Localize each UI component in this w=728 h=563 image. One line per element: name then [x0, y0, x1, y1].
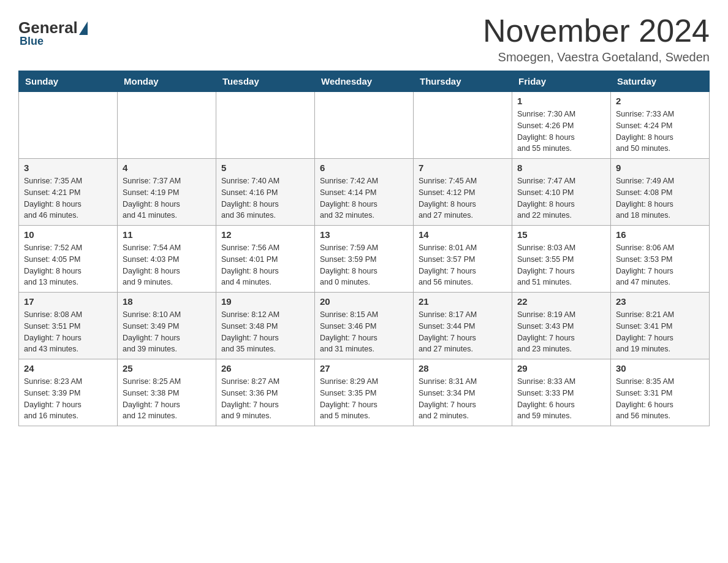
calendar-cell: 4Sunrise: 7:37 AM Sunset: 4:19 PM Daylig…	[118, 159, 216, 226]
calendar-cell: 3Sunrise: 7:35 AM Sunset: 4:21 PM Daylig…	[19, 159, 118, 226]
calendar-day-header: Thursday	[414, 71, 512, 92]
day-number: 11	[123, 229, 211, 240]
calendar-day-header: Wednesday	[315, 71, 414, 92]
day-number: 27	[320, 363, 408, 373]
day-number: 25	[123, 363, 211, 373]
day-number: 13	[320, 229, 408, 240]
day-info: Sunrise: 7:37 AM Sunset: 4:19 PM Dayligh…	[123, 175, 211, 221]
day-number: 8	[517, 163, 605, 173]
day-number: 20	[320, 296, 408, 307]
day-info: Sunrise: 7:59 AM Sunset: 3:59 PM Dayligh…	[320, 242, 408, 288]
day-info: Sunrise: 8:15 AM Sunset: 3:46 PM Dayligh…	[320, 309, 408, 355]
day-info: Sunrise: 8:17 AM Sunset: 3:44 PM Dayligh…	[419, 309, 507, 355]
day-info: Sunrise: 7:40 AM Sunset: 4:16 PM Dayligh…	[221, 175, 309, 221]
day-info: Sunrise: 8:01 AM Sunset: 3:57 PM Dayligh…	[419, 242, 507, 288]
calendar-cell: 1Sunrise: 7:30 AM Sunset: 4:26 PM Daylig…	[512, 92, 611, 159]
day-number: 12	[221, 229, 309, 240]
day-number: 9	[616, 163, 704, 173]
calendar-cell	[118, 92, 216, 159]
day-number: 22	[517, 296, 605, 307]
day-info: Sunrise: 8:35 AM Sunset: 3:31 PM Dayligh…	[616, 376, 704, 422]
calendar-cell: 6Sunrise: 7:42 AM Sunset: 4:14 PM Daylig…	[315, 159, 414, 226]
day-number: 4	[123, 163, 211, 173]
calendar-cell: 14Sunrise: 8:01 AM Sunset: 3:57 PM Dayli…	[414, 226, 512, 293]
day-number: 23	[616, 296, 704, 307]
calendar-cell: 29Sunrise: 8:33 AM Sunset: 3:33 PM Dayli…	[512, 359, 611, 426]
calendar-week-row: 10Sunrise: 7:52 AM Sunset: 4:05 PM Dayli…	[19, 226, 710, 293]
calendar-cell: 7Sunrise: 7:45 AM Sunset: 4:12 PM Daylig…	[414, 159, 512, 226]
day-info: Sunrise: 8:03 AM Sunset: 3:55 PM Dayligh…	[517, 242, 605, 288]
calendar-day-header: Monday	[118, 71, 216, 92]
day-info: Sunrise: 7:49 AM Sunset: 4:08 PM Dayligh…	[616, 175, 704, 221]
calendar-day-header: Tuesday	[216, 71, 315, 92]
day-info: Sunrise: 7:52 AM Sunset: 4:05 PM Dayligh…	[24, 242, 112, 288]
calendar-week-row: 3Sunrise: 7:35 AM Sunset: 4:21 PM Daylig…	[19, 159, 710, 226]
day-number: 14	[419, 229, 507, 240]
calendar-cell: 9Sunrise: 7:49 AM Sunset: 4:08 PM Daylig…	[611, 159, 710, 226]
day-info: Sunrise: 8:19 AM Sunset: 3:43 PM Dayligh…	[517, 309, 605, 355]
day-number: 7	[419, 163, 507, 173]
calendar-cell: 10Sunrise: 7:52 AM Sunset: 4:05 PM Dayli…	[19, 226, 118, 293]
calendar-cell: 16Sunrise: 8:06 AM Sunset: 3:53 PM Dayli…	[611, 226, 710, 293]
calendar-cell: 12Sunrise: 7:56 AM Sunset: 4:01 PM Dayli…	[216, 226, 315, 293]
calendar-week-row: 24Sunrise: 8:23 AM Sunset: 3:39 PM Dayli…	[19, 359, 710, 426]
day-info: Sunrise: 7:54 AM Sunset: 4:03 PM Dayligh…	[123, 242, 211, 288]
calendar-cell: 22Sunrise: 8:19 AM Sunset: 3:43 PM Dayli…	[512, 293, 611, 359]
day-info: Sunrise: 8:23 AM Sunset: 3:39 PM Dayligh…	[24, 376, 112, 422]
calendar-cell: 5Sunrise: 7:40 AM Sunset: 4:16 PM Daylig…	[216, 159, 315, 226]
day-number: 2	[616, 96, 704, 106]
calendar-cell: 8Sunrise: 7:47 AM Sunset: 4:10 PM Daylig…	[512, 159, 611, 226]
day-info: Sunrise: 7:33 AM Sunset: 4:24 PM Dayligh…	[616, 109, 704, 155]
calendar-cell	[19, 92, 118, 159]
logo-blue: Blue	[18, 35, 44, 48]
day-number: 1	[517, 96, 605, 106]
calendar-cell: 19Sunrise: 8:12 AM Sunset: 3:48 PM Dayli…	[216, 293, 315, 359]
calendar-cell: 20Sunrise: 8:15 AM Sunset: 3:46 PM Dayli…	[315, 293, 414, 359]
calendar-cell: 28Sunrise: 8:31 AM Sunset: 3:34 PM Dayli…	[414, 359, 512, 426]
calendar-cell: 15Sunrise: 8:03 AM Sunset: 3:55 PM Dayli…	[512, 226, 611, 293]
day-info: Sunrise: 8:21 AM Sunset: 3:41 PM Dayligh…	[616, 309, 704, 355]
calendar-cell: 23Sunrise: 8:21 AM Sunset: 3:41 PM Dayli…	[611, 293, 710, 359]
day-info: Sunrise: 7:30 AM Sunset: 4:26 PM Dayligh…	[517, 109, 605, 155]
day-number: 28	[419, 363, 507, 373]
day-number: 19	[221, 296, 309, 307]
day-info: Sunrise: 7:35 AM Sunset: 4:21 PM Dayligh…	[24, 175, 112, 221]
day-number: 6	[320, 163, 408, 173]
day-number: 18	[123, 296, 211, 307]
day-info: Sunrise: 8:12 AM Sunset: 3:48 PM Dayligh…	[221, 309, 309, 355]
calendar-cell: 24Sunrise: 8:23 AM Sunset: 3:39 PM Dayli…	[19, 359, 118, 426]
calendar-cell: 30Sunrise: 8:35 AM Sunset: 3:31 PM Dayli…	[611, 359, 710, 426]
day-info: Sunrise: 8:27 AM Sunset: 3:36 PM Dayligh…	[221, 376, 309, 422]
calendar-cell	[315, 92, 414, 159]
calendar-cell	[414, 92, 512, 159]
day-info: Sunrise: 7:47 AM Sunset: 4:10 PM Dayligh…	[517, 175, 605, 221]
calendar-cell: 17Sunrise: 8:08 AM Sunset: 3:51 PM Dayli…	[19, 293, 118, 359]
day-info: Sunrise: 8:10 AM Sunset: 3:49 PM Dayligh…	[123, 309, 211, 355]
calendar-day-header: Saturday	[611, 71, 710, 92]
day-number: 21	[419, 296, 507, 307]
day-number: 24	[24, 363, 112, 373]
day-info: Sunrise: 8:25 AM Sunset: 3:38 PM Dayligh…	[123, 376, 211, 422]
title-section: November 2024 Smoegen, Vaestra Goetaland…	[483, 12, 710, 64]
calendar-cell: 21Sunrise: 8:17 AM Sunset: 3:44 PM Dayli…	[414, 293, 512, 359]
day-number: 26	[221, 363, 309, 373]
page-header: General Blue November 2024 Smoegen, Vaes…	[18, 12, 710, 64]
calendar-cell: 13Sunrise: 7:59 AM Sunset: 3:59 PM Dayli…	[315, 226, 414, 293]
day-number: 10	[24, 229, 112, 240]
day-number: 15	[517, 229, 605, 240]
calendar-cell: 18Sunrise: 8:10 AM Sunset: 3:49 PM Dayli…	[118, 293, 216, 359]
day-number: 17	[24, 296, 112, 307]
location: Smoegen, Vaestra Goetaland, Sweden	[483, 50, 710, 64]
day-info: Sunrise: 8:33 AM Sunset: 3:33 PM Dayligh…	[517, 376, 605, 422]
calendar-day-header: Friday	[512, 71, 611, 92]
calendar-cell: 26Sunrise: 8:27 AM Sunset: 3:36 PM Dayli…	[216, 359, 315, 426]
calendar-cell: 27Sunrise: 8:29 AM Sunset: 3:35 PM Dayli…	[315, 359, 414, 426]
day-number: 29	[517, 363, 605, 373]
day-info: Sunrise: 7:45 AM Sunset: 4:12 PM Dayligh…	[419, 175, 507, 221]
calendar-cell: 2Sunrise: 7:33 AM Sunset: 4:24 PM Daylig…	[611, 92, 710, 159]
calendar-header-row: SundayMondayTuesdayWednesdayThursdayFrid…	[19, 71, 710, 92]
day-info: Sunrise: 8:08 AM Sunset: 3:51 PM Dayligh…	[24, 309, 112, 355]
calendar-week-row: 17Sunrise: 8:08 AM Sunset: 3:51 PM Dayli…	[19, 293, 710, 359]
day-info: Sunrise: 8:31 AM Sunset: 3:34 PM Dayligh…	[419, 376, 507, 422]
day-number: 3	[24, 163, 112, 173]
